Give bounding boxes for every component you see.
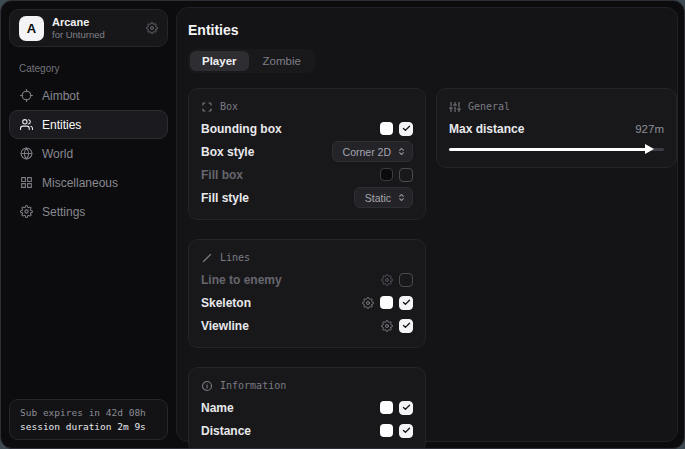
lines-card: Lines Line to enemy — [188, 239, 426, 348]
line-to-enemy-settings-icon[interactable] — [381, 274, 393, 286]
fill-box-checkbox[interactable] — [399, 168, 413, 182]
gear-icon — [20, 205, 33, 218]
bounding-box-row: Bounding box — [201, 117, 413, 140]
name-label: Name — [201, 401, 234, 415]
crosshair-icon — [20, 89, 33, 102]
viewline-row: Viewline — [201, 314, 413, 337]
viewline-checkbox[interactable] — [399, 319, 413, 333]
skeleton-checkbox[interactable] — [399, 296, 413, 310]
bounding-box-color-swatch[interactable] — [380, 122, 393, 135]
distance-color-swatch[interactable] — [380, 424, 393, 437]
tab-zombie[interactable]: Zombie — [251, 51, 313, 71]
chevron-up-down-icon — [397, 147, 406, 156]
main-panel: Entities Player Zombie Box Bounding box — [176, 7, 678, 442]
general-card-header: General — [449, 96, 664, 117]
entity-tabs: Player Zombie — [188, 49, 315, 73]
sidebar-item-label: Miscellaneous — [42, 176, 118, 190]
skeleton-label: Skeleton — [201, 296, 251, 310]
sliders-icon — [449, 101, 461, 113]
sidebar-item-settings[interactable]: Settings — [9, 197, 168, 226]
users-icon — [20, 118, 33, 131]
info-icon — [201, 380, 213, 392]
lines-card-header: Lines — [201, 247, 413, 268]
skeleton-settings-icon[interactable] — [362, 297, 374, 309]
bounding-box-label: Bounding box — [201, 122, 282, 136]
page-title: Entities — [188, 22, 665, 38]
fill-style-value: Static — [365, 192, 391, 204]
name-checkbox[interactable] — [399, 401, 413, 415]
sidebar-item-label: Aimbot — [42, 89, 79, 103]
box-card-header: Box — [201, 96, 413, 117]
app-window: A Arcane for Unturned Category Aimbot — [0, 0, 685, 449]
subscription-card: Sub expires in 42d 08h session duration … — [9, 399, 168, 440]
sidebar-item-entities[interactable]: Entities — [9, 110, 168, 139]
general-card: General Max distance 927m — [436, 88, 677, 168]
max-distance-label: Max distance — [449, 122, 524, 136]
distance-label: Distance — [201, 424, 251, 438]
box-style-select[interactable]: Corner 2D — [332, 141, 413, 162]
box-card-title: Box — [220, 101, 238, 112]
lines-card-title: Lines — [220, 252, 250, 263]
sidebar-item-aimbot[interactable]: Aimbot — [9, 81, 168, 110]
right-column: General Max distance 927m — [436, 88, 677, 168]
app-subtitle: for Unturned — [52, 29, 105, 40]
skeleton-row: Skeleton — [201, 291, 413, 314]
box-style-value: Corner 2D — [343, 146, 391, 158]
sidebar-item-world[interactable]: World — [9, 139, 168, 168]
sidebar-item-label: World — [42, 147, 73, 161]
tab-player[interactable]: Player — [190, 51, 249, 71]
category-label: Category — [19, 63, 166, 74]
content-columns: Box Bounding box Box style — [188, 88, 665, 449]
max-distance-thumb[interactable] — [645, 144, 654, 154]
general-card-title: General — [468, 101, 510, 112]
distance-row: Distance — [201, 419, 413, 442]
name-row: Name — [201, 396, 413, 419]
app-name: Arcane — [52, 16, 105, 29]
information-card-title: Information — [220, 380, 286, 391]
left-column: Box Bounding box Box style — [188, 88, 426, 449]
fill-style-select[interactable]: Static — [354, 187, 413, 208]
app-header-card: A Arcane for Unturned — [9, 9, 168, 47]
max-distance-slider[interactable] — [449, 143, 664, 157]
information-card: Information Name Distance — [188, 367, 426, 449]
sidebar-item-label: Entities — [42, 118, 81, 132]
sidebar: A Arcane for Unturned Category Aimbot — [1, 1, 176, 448]
fill-style-row: Fill style Static — [201, 186, 413, 209]
name-color-swatch[interactable] — [380, 401, 393, 414]
sidebar-nav: Aimbot Entities World Miscellaneous — [9, 81, 168, 226]
corner-brackets-icon — [201, 101, 213, 113]
box-style-row: Box style Corner 2D — [201, 140, 413, 163]
chevron-up-down-icon — [397, 193, 406, 202]
fill-box-color-swatch[interactable] — [380, 168, 393, 181]
app-logo: A — [19, 16, 44, 41]
box-style-label: Box style — [201, 145, 254, 159]
grid-icon — [20, 176, 33, 189]
fill-box-label: Fill box — [201, 168, 243, 182]
sidebar-item-label: Settings — [42, 205, 85, 219]
sidebar-item-miscellaneous[interactable]: Miscellaneous — [9, 168, 168, 197]
viewline-label: Viewline — [201, 319, 249, 333]
max-distance-row: Max distance 927m — [449, 118, 664, 140]
session-duration-text: session duration 2m 9s — [20, 421, 157, 432]
globe-icon — [20, 147, 33, 160]
bounding-box-checkbox[interactable] — [399, 122, 413, 136]
diagonal-line-icon — [201, 252, 213, 264]
skeleton-color-swatch[interactable] — [380, 296, 393, 309]
line-to-enemy-label: Line to enemy — [201, 273, 282, 287]
box-card: Box Bounding box Box style — [188, 88, 426, 220]
fill-box-row: Fill box — [201, 163, 413, 186]
line-to-enemy-row: Line to enemy — [201, 268, 413, 291]
viewline-settings-icon[interactable] — [381, 320, 393, 332]
max-distance-fill — [449, 148, 647, 151]
app-text: Arcane for Unturned — [52, 16, 105, 41]
max-distance-value: 927m — [635, 123, 664, 135]
header-gear-icon[interactable] — [146, 22, 158, 34]
line-to-enemy-checkbox[interactable] — [399, 273, 413, 287]
sub-expires-text: Sub expires in 42d 08h — [20, 407, 157, 418]
information-card-header: Information — [201, 375, 413, 396]
distance-checkbox[interactable] — [399, 424, 413, 438]
fill-style-label: Fill style — [201, 191, 249, 205]
